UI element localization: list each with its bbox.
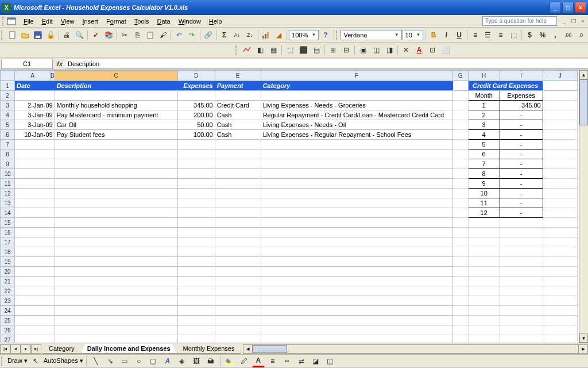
cell[interactable] bbox=[543, 159, 577, 169]
tab-next-button[interactable]: ▸ bbox=[21, 344, 31, 354]
row-header[interactable]: 1 bbox=[1, 81, 15, 91]
cell[interactable] bbox=[452, 169, 468, 179]
col-header[interactable]: H bbox=[468, 71, 500, 81]
cell[interactable] bbox=[177, 237, 215, 247]
cell[interactable] bbox=[177, 296, 215, 306]
cell[interactable] bbox=[543, 130, 577, 140]
cell[interactable]: Credit Card Expenses bbox=[468, 81, 543, 91]
cell[interactable] bbox=[55, 325, 177, 335]
cell[interactable] bbox=[261, 179, 452, 189]
cell[interactable]: 50.00 bbox=[177, 120, 215, 130]
cell[interactable] bbox=[215, 335, 261, 343]
cell[interactable] bbox=[452, 306, 468, 316]
rectangle-icon[interactable]: ▭ bbox=[118, 355, 131, 367]
menu-help[interactable]: Help bbox=[205, 16, 226, 26]
cell[interactable] bbox=[215, 179, 261, 189]
tool-icon[interactable]: A bbox=[413, 44, 425, 56]
cell[interactable] bbox=[55, 247, 177, 257]
cell[interactable] bbox=[261, 267, 452, 277]
cell[interactable] bbox=[15, 150, 55, 159]
cell[interactable]: 100.00 bbox=[177, 130, 215, 140]
cell[interactable] bbox=[261, 91, 452, 101]
cell[interactable]: Cash bbox=[215, 120, 261, 130]
cell[interactable] bbox=[452, 120, 468, 130]
cell[interactable]: - bbox=[500, 150, 543, 159]
autoshapes-menu[interactable]: AutoShapes ▾ bbox=[44, 357, 83, 365]
cell[interactable] bbox=[215, 189, 261, 198]
cell[interactable]: - bbox=[500, 159, 543, 169]
hyperlink-icon[interactable]: 🔗 bbox=[202, 29, 214, 41]
cell[interactable] bbox=[15, 286, 55, 296]
cell[interactable] bbox=[452, 91, 468, 101]
cell[interactable]: - bbox=[500, 120, 543, 130]
cell[interactable] bbox=[15, 296, 55, 306]
cell[interactable]: 9 bbox=[468, 179, 500, 189]
cell[interactable] bbox=[543, 189, 577, 198]
cell[interactable]: 2-Jan-09 bbox=[15, 101, 55, 110]
cell[interactable] bbox=[543, 198, 577, 208]
cell[interactable] bbox=[543, 101, 577, 110]
cell[interactable] bbox=[543, 228, 577, 237]
paste-icon[interactable]: 📋 bbox=[144, 29, 156, 41]
cell[interactable] bbox=[543, 208, 577, 218]
draw-menu[interactable]: Draw ▾ bbox=[7, 357, 28, 365]
help-search-input[interactable] bbox=[482, 16, 557, 26]
cell[interactable]: 200.00 bbox=[177, 110, 215, 120]
cell[interactable] bbox=[15, 277, 55, 286]
row-header[interactable]: 2 bbox=[1, 91, 15, 101]
row-header[interactable]: 15 bbox=[1, 218, 15, 228]
row-header[interactable]: 5 bbox=[1, 120, 15, 130]
cell[interactable] bbox=[15, 179, 55, 189]
cell[interactable] bbox=[261, 286, 452, 296]
cell[interactable] bbox=[468, 306, 500, 316]
cell[interactable]: 5 bbox=[468, 140, 500, 150]
cell[interactable]: 345.00 bbox=[500, 101, 543, 110]
cell[interactable] bbox=[452, 296, 468, 306]
mdi-close-button[interactable]: × bbox=[579, 18, 587, 25]
cell[interactable] bbox=[468, 325, 500, 335]
cell[interactable] bbox=[177, 325, 215, 335]
cell[interactable] bbox=[177, 277, 215, 286]
cell[interactable]: Category bbox=[261, 81, 452, 91]
cell[interactable] bbox=[452, 247, 468, 257]
sort-asc-icon[interactable]: A↓ bbox=[231, 29, 243, 41]
cell[interactable] bbox=[543, 237, 577, 247]
picture-icon[interactable]: 🏔 bbox=[204, 355, 217, 367]
cell[interactable] bbox=[15, 169, 55, 179]
cell[interactable]: 3 bbox=[468, 120, 500, 130]
cell[interactable] bbox=[543, 179, 577, 189]
align-left-icon[interactable]: ≡ bbox=[469, 29, 481, 41]
row-header[interactable]: 26 bbox=[1, 325, 15, 335]
tab-prev-button[interactable]: ◂ bbox=[10, 344, 21, 354]
cell[interactable] bbox=[543, 316, 577, 325]
toolbar-handle[interactable] bbox=[1, 30, 3, 40]
cell[interactable] bbox=[177, 179, 215, 189]
cell[interactable] bbox=[15, 228, 55, 237]
cell[interactable] bbox=[543, 169, 577, 179]
cell[interactable] bbox=[215, 247, 261, 257]
cell[interactable]: Month bbox=[468, 91, 500, 101]
help-icon[interactable]: ? bbox=[319, 29, 331, 41]
cell[interactable] bbox=[55, 228, 177, 237]
cell[interactable] bbox=[177, 218, 215, 228]
cell[interactable] bbox=[177, 198, 215, 208]
cell[interactable]: Description bbox=[55, 81, 177, 91]
cell[interactable] bbox=[500, 277, 543, 286]
mdi-minimize-button[interactable]: _ bbox=[560, 18, 568, 25]
row-header[interactable]: 22 bbox=[1, 286, 15, 296]
row-header[interactable]: 21 bbox=[1, 277, 15, 286]
cell[interactable] bbox=[452, 198, 468, 208]
cell[interactable] bbox=[543, 286, 577, 296]
row-header[interactable]: 14 bbox=[1, 208, 15, 218]
cell[interactable] bbox=[261, 335, 452, 343]
cell[interactable] bbox=[500, 218, 543, 228]
row-header[interactable]: 4 bbox=[1, 110, 15, 120]
3d-icon[interactable]: ◫ bbox=[324, 355, 336, 367]
tab-last-button[interactable]: ▸| bbox=[31, 344, 41, 354]
tool-icon[interactable]: ▤ bbox=[310, 44, 323, 56]
cell[interactable] bbox=[452, 189, 468, 198]
col-header[interactable]: C bbox=[55, 71, 177, 81]
open-icon[interactable] bbox=[19, 29, 31, 41]
cell[interactable] bbox=[55, 208, 177, 218]
cell[interactable]: Monthly household shopping bbox=[55, 101, 177, 110]
